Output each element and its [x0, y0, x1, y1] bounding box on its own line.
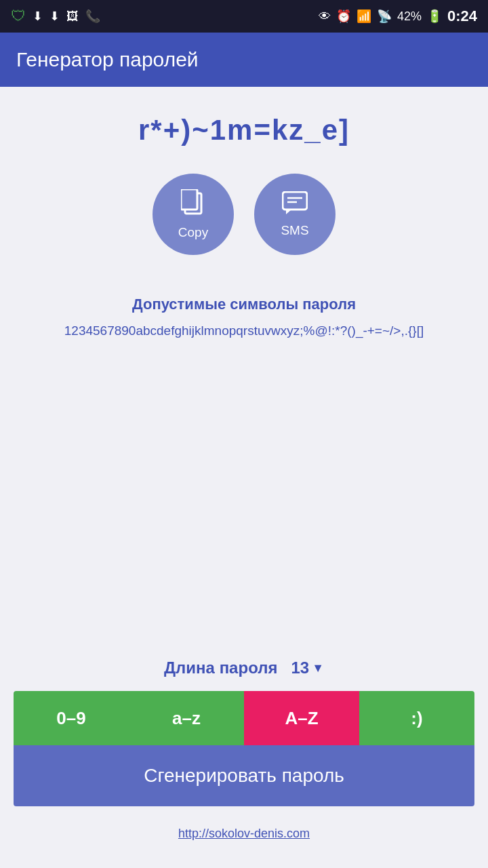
digits-toggle[interactable]: 0–9	[14, 691, 129, 745]
svg-marker-3	[286, 210, 291, 214]
sms-icon	[282, 191, 308, 218]
status-time: 0:24	[447, 7, 477, 25]
alarm-icon: ⏰	[336, 9, 351, 24]
allowed-chars-section: Допустимые символы пароля 1234567890abcd…	[14, 296, 474, 341]
copy-icon	[181, 189, 205, 220]
wifi-icon: 📶	[357, 9, 371, 24]
password-display: r*+)~1m=kz_e]	[138, 114, 350, 146]
shield-icon: 🛡	[11, 7, 26, 25]
main-content: r*+)~1m=kz_e] Copy SMS	[0, 87, 488, 868]
viber-icon: 📞	[85, 9, 100, 24]
battery-percent: 42%	[397, 9, 422, 24]
status-icons-left: 🛡 ⬇ ⬇ 🖼 📞	[11, 7, 100, 25]
app-header: Генератор паролей	[0, 33, 488, 87]
special-toggle[interactable]: :)	[359, 691, 474, 745]
bottom-section: Длина пароля 13 ▼ 0–9 a–z A–Z :) Сгенери…	[14, 658, 474, 813]
copy-button[interactable]: Copy	[152, 174, 234, 255]
eye-icon: 👁	[319, 9, 331, 24]
lowercase-toggle[interactable]: a–z	[129, 691, 244, 745]
sms-label: SMS	[281, 223, 308, 238]
image-icon: 🖼	[66, 9, 79, 24]
status-icons-right: 👁 ⏰ 📶 📡 42% 🔋 0:24	[319, 7, 477, 25]
chevron-down-icon: ▼	[312, 661, 324, 675]
app-title: Генератор паролей	[16, 48, 199, 71]
generate-button[interactable]: Сгенерировать пароль	[14, 745, 474, 806]
status-bar: 🛡 ⬇ ⬇ 🖼 📞 👁 ⏰ 📶 📡 42% 🔋 0:24	[0, 0, 488, 33]
svg-rect-1	[181, 189, 197, 210]
length-label: Длина пароля	[164, 658, 277, 677]
toggle-row: 0–9 a–z A–Z :)	[14, 691, 474, 745]
download-icon-2: ⬇	[49, 9, 60, 24]
battery-icon: 🔋	[427, 9, 442, 24]
uppercase-toggle[interactable]: A–Z	[244, 691, 359, 745]
length-value-text: 13	[291, 658, 309, 677]
signal-icon: 📡	[377, 9, 392, 24]
length-selector[interactable]: 13 ▼	[291, 658, 324, 677]
allowed-chars: 1234567890abcdefghijklmnopqrstuvwxyz;%@!…	[14, 321, 474, 341]
allowed-title: Допустимые символы пароля	[14, 296, 474, 313]
action-buttons-row: Copy SMS	[152, 174, 336, 255]
copy-label: Copy	[178, 225, 208, 240]
svg-rect-2	[283, 192, 307, 210]
password-length-row: Длина пароля 13 ▼	[14, 658, 474, 677]
download-icon-1: ⬇	[33, 9, 43, 24]
footer: http://sokolov-denis.com	[178, 827, 310, 854]
footer-link[interactable]: http://sokolov-denis.com	[178, 827, 310, 840]
sms-button[interactable]: SMS	[254, 174, 336, 255]
